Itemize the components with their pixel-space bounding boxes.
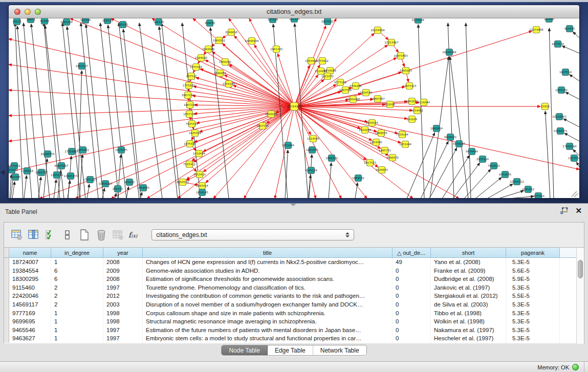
citation-edge-black <box>81 23 98 199</box>
table-scrollbar[interactable] <box>576 248 584 344</box>
cell-short: Franke et al. (2009) <box>431 267 506 275</box>
citation-edge-red <box>294 79 324 106</box>
table-row[interactable]: 911546021997Tourette syndrome. Phenomeno… <box>4 283 584 292</box>
cell-year: 2003 <box>103 300 143 309</box>
cell-out_degree: 0 <box>393 267 431 275</box>
citation-edge-black <box>210 28 229 199</box>
citation-edge-black <box>563 119 579 127</box>
new-document-icon[interactable] <box>78 229 91 241</box>
column-header-year[interactable]: year <box>103 248 143 258</box>
citation-edge-black <box>329 163 331 199</box>
insert-column-icon[interactable] <box>27 229 40 241</box>
table-row[interactable]: 969969511998Structural magnetic resonanc… <box>4 317 584 326</box>
node-label: 1845142 <box>555 89 568 92</box>
node-label: 8471676 <box>499 173 512 176</box>
node-label: 9154482 <box>411 109 423 112</box>
tab-node-table[interactable]: Node Table <box>222 345 268 355</box>
status-bar: Memory: OK <box>0 361 588 372</box>
status-bar-separator <box>584 362 584 372</box>
network-canvas[interactable]: 1663218873911841863104103394162515195245… <box>9 18 579 199</box>
close-window-button[interactable] <box>14 9 20 15</box>
cell-title: Structural magnetic resonance image aver… <box>143 317 393 326</box>
memory-ok-indicator <box>572 364 579 370</box>
node-label: 1640954 <box>430 127 443 130</box>
node-label: 17016504 <box>562 145 577 148</box>
float-panel-icon[interactable] <box>560 207 568 214</box>
delete-icon[interactable] <box>95 229 108 241</box>
node-label: 9545124 <box>305 169 318 172</box>
table-row[interactable]: 2242004622012Investigating the contribut… <box>4 292 584 300</box>
column-header-out_de[interactable]: △ out_de… <box>393 248 431 258</box>
cell-out_degree: 0 <box>393 309 431 318</box>
network-table-select[interactable]: citations_edges.txt <box>151 229 354 240</box>
table-row[interactable]: 1872400712008Changes of HCN gene express… <box>4 258 584 267</box>
tab-network-table[interactable]: Network Table <box>313 345 366 355</box>
zoom-window-button[interactable] <box>35 9 41 15</box>
network-view-window[interactable]: citations_edges.txt 16632188739118418631… <box>8 5 580 199</box>
node-label: 16154808 <box>371 29 385 32</box>
table-scrollbar-thumb[interactable] <box>578 260 583 278</box>
row-gutter <box>4 334 9 343</box>
node-label: 1854945 <box>370 141 382 144</box>
citation-edge-black <box>464 169 491 199</box>
node-label: 2204024 <box>366 121 379 124</box>
node-label: 1865051 <box>77 148 89 151</box>
tab-edge-table[interactable]: Edge Table <box>268 345 313 355</box>
node-label: 1583482 <box>305 59 317 62</box>
citation-edge-black <box>475 178 502 199</box>
node-label: 1167534 <box>568 157 579 160</box>
select-rows-icon[interactable] <box>44 229 57 241</box>
cell-pagerank: 5.3E-5 <box>506 300 560 309</box>
column-header-short[interactable]: short <box>431 248 506 258</box>
cell-short: Hescheler et al. (1997) <box>431 334 506 343</box>
cell-out_degree: 0 <box>393 300 431 309</box>
cell-year: 1998 <box>103 309 143 318</box>
citation-edge-red <box>294 75 318 106</box>
table-row[interactable]: 1938455462009Genome-wide association stu… <box>4 267 584 275</box>
node-label: 1863104 <box>60 20 73 24</box>
resize-grip-icon[interactable] <box>572 191 578 197</box>
citation-network-graph[interactable]: 1663218873911841863104103394162515195245… <box>9 18 579 199</box>
node-label: 3919321 <box>9 168 18 171</box>
close-panel-icon[interactable]: ✕ <box>575 207 582 214</box>
function-builder-icon[interactable]: f(x) <box>128 231 137 239</box>
cell-name: 18300295 <box>9 275 51 283</box>
table-settings-icon[interactable] <box>10 229 24 241</box>
node-label: 6497568 <box>339 89 352 92</box>
cell-short: Yano et al. (2008) <box>431 258 506 267</box>
node-label: 1514545 <box>307 137 319 140</box>
node-label: 9746266 <box>350 84 362 87</box>
row-gutter <box>4 309 9 318</box>
table-row[interactable]: 1830029562008Estimation of significance … <box>4 275 584 283</box>
splitter-handle-icon[interactable] <box>290 204 296 206</box>
row-gutter <box>4 300 9 309</box>
window-titlebar[interactable]: citations_edges.txt <box>9 5 579 18</box>
node-label: 9596672 <box>386 156 399 159</box>
table-row[interactable]: 1456911722003Disruption of a novel membe… <box>4 300 584 309</box>
table-row[interactable]: 946554611997Estimation of the future num… <box>4 326 584 335</box>
citation-edge-black <box>79 155 82 199</box>
table-row[interactable]: 977716911998Corpus callosum shape and si… <box>4 309 584 318</box>
cell-short: Tibbo et al. (1998) <box>431 309 506 318</box>
node-label: 2935114 <box>476 158 489 161</box>
table-type-segmented-control: Node TableEdge TableNetwork Table <box>221 345 366 356</box>
table-row[interactable]: 946362711997Embryonic stem cells: a mode… <box>4 334 584 343</box>
column-header-pagerank[interactable]: pagerank <box>506 248 560 258</box>
column-header-title[interactable]: title <box>143 248 393 258</box>
node-label: 1867333 <box>184 103 196 106</box>
column-header-name[interactable]: name <box>9 248 51 258</box>
citation-edge-black <box>450 57 468 199</box>
column-header-in_degree[interactable]: in_degree <box>51 248 103 258</box>
merge-rows-icon[interactable] <box>61 229 74 241</box>
node-label: 1935675 <box>115 148 127 151</box>
node-label: 91184 <box>40 19 49 23</box>
cell-out_degree: 0 <box>393 334 431 343</box>
citation-edge-black <box>509 196 534 199</box>
cell-in_degree: 1 <box>51 309 103 318</box>
node-label: 18873 <box>26 18 35 21</box>
node-label: 7625414 <box>186 122 199 125</box>
collapse-panel-arrow-icon[interactable] <box>1 170 5 175</box>
node-label: 15692971 <box>553 129 567 133</box>
minimize-window-button[interactable] <box>25 9 31 15</box>
node-label: 1868655 <box>375 132 387 135</box>
